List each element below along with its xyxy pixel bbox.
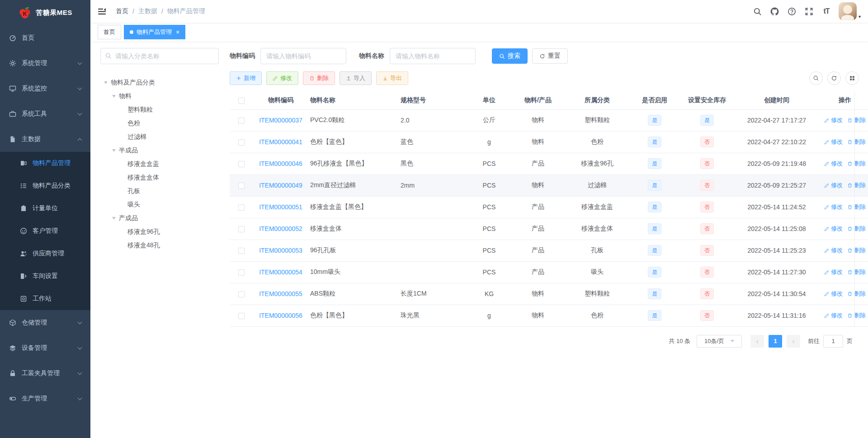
app-logo[interactable]: K 苦糖果MES bbox=[0, 0, 90, 25]
reset-button[interactable]: 重置 bbox=[532, 48, 568, 64]
row-checkbox[interactable] bbox=[238, 248, 245, 254]
row-delete-link[interactable]: 删除 bbox=[847, 138, 866, 146]
row-delete-link[interactable]: 删除 bbox=[847, 160, 866, 168]
row-edit-link[interactable]: 修改 bbox=[824, 181, 843, 189]
add-button[interactable]: 新增 bbox=[230, 71, 262, 85]
sidebar-collapse-icon[interactable] bbox=[90, 0, 113, 23]
row-edit-link[interactable]: 修改 bbox=[824, 246, 843, 254]
sidebar-item-master-data[interactable]: 主数据 bbox=[0, 127, 90, 152]
row-edit-link[interactable]: 修改 bbox=[824, 138, 843, 146]
caret-down-icon[interactable] bbox=[112, 95, 116, 98]
item-code-link[interactable]: ITEM00000041 bbox=[259, 138, 302, 146]
row-checkbox[interactable] bbox=[238, 204, 245, 211]
sidebar-item-measure-unit[interactable]: 计量单位 bbox=[0, 197, 90, 220]
search-icon[interactable] bbox=[749, 0, 766, 23]
row-checkbox[interactable] bbox=[238, 118, 245, 124]
item-code-input[interactable] bbox=[260, 48, 346, 64]
help-icon[interactable] bbox=[783, 0, 801, 23]
tree-node[interactable]: 物料及产品分类 bbox=[100, 76, 219, 89]
search-button[interactable]: 搜索 bbox=[492, 48, 528, 64]
sidebar-item-workstation[interactable]: 工作站 bbox=[0, 287, 90, 310]
item-code-link[interactable]: ITEM00000051 bbox=[259, 203, 302, 211]
item-code-link[interactable]: ITEM00000037 bbox=[259, 117, 302, 124]
sidebar-item-production-management[interactable]: 生产管理 bbox=[0, 386, 90, 411]
row-edit-link[interactable]: 修改 bbox=[824, 203, 843, 211]
row-delete-link[interactable]: 删除 bbox=[847, 225, 866, 233]
tree-node[interactable]: 物料 bbox=[100, 89, 219, 103]
page-number-1[interactable]: 1 bbox=[769, 335, 782, 348]
fullscreen-icon[interactable] bbox=[801, 0, 818, 23]
item-code-link[interactable]: ITEM00000053 bbox=[259, 247, 302, 254]
tree-node[interactable]: 产成品 bbox=[100, 212, 219, 225]
tree-node[interactable]: 塑料颗粒 bbox=[100, 103, 219, 117]
caret-down-icon[interactable] bbox=[112, 149, 116, 152]
row-checkbox[interactable] bbox=[238, 161, 245, 167]
export-button[interactable]: 导出 bbox=[376, 71, 408, 85]
row-edit-link[interactable]: 修改 bbox=[824, 160, 843, 168]
row-checkbox[interactable] bbox=[238, 226, 245, 232]
sidebar-item-home[interactable]: 首页 bbox=[0, 25, 90, 51]
row-checkbox[interactable] bbox=[238, 291, 245, 297]
item-name-input[interactable] bbox=[390, 48, 476, 64]
item-code-link[interactable]: ITEM00000056 bbox=[259, 312, 302, 319]
row-edit-link[interactable]: 修改 bbox=[824, 290, 843, 298]
github-icon[interactable] bbox=[766, 0, 783, 23]
page-size-select[interactable]: 10条/页 bbox=[697, 335, 742, 348]
row-delete-link[interactable]: 删除 bbox=[847, 311, 866, 320]
sidebar-item-supplier-management[interactable]: 供应商管理 bbox=[0, 242, 90, 265]
tree-node[interactable]: 过滤棉 bbox=[100, 130, 219, 144]
caret-down-icon[interactable] bbox=[104, 81, 108, 84]
row-delete-link[interactable]: 删除 bbox=[847, 116, 866, 124]
edit-button[interactable]: 修改 bbox=[266, 71, 298, 85]
sidebar-item-system-monitor[interactable]: 系统监控 bbox=[0, 76, 90, 101]
row-delete-link[interactable]: 删除 bbox=[847, 203, 866, 211]
prev-page-button[interactable]: ‹ bbox=[750, 335, 764, 348]
item-code-link[interactable]: ITEM00000046 bbox=[259, 160, 302, 167]
sidebar-item-workshop-settings[interactable]: 车间设置 bbox=[0, 265, 90, 287]
sidebar-item-warehouse-management[interactable]: 仓储管理 bbox=[0, 310, 90, 335]
tree-node[interactable]: 半成品 bbox=[100, 144, 219, 157]
tree-node[interactable]: 移液盒48孔 bbox=[100, 239, 219, 252]
row-delete-link[interactable]: 删除 bbox=[847, 268, 866, 276]
item-code-link[interactable]: ITEM00000054 bbox=[259, 268, 302, 276]
row-checkbox[interactable] bbox=[238, 313, 245, 319]
category-search-input[interactable] bbox=[100, 48, 219, 64]
row-checkbox[interactable] bbox=[238, 183, 245, 189]
row-edit-link[interactable]: 修改 bbox=[824, 225, 843, 233]
tree-node[interactable]: 移液盒盒盖 bbox=[100, 157, 219, 171]
select-all-checkbox[interactable] bbox=[238, 98, 245, 104]
refresh-button[interactable] bbox=[827, 71, 841, 85]
tree-node[interactable]: 色粉 bbox=[100, 117, 219, 130]
item-code-link[interactable]: ITEM00000049 bbox=[259, 182, 302, 189]
sidebar-item-system-tools[interactable]: 系统工具 bbox=[0, 101, 90, 127]
row-checkbox[interactable] bbox=[238, 139, 245, 146]
sidebar-item-equipment-management[interactable]: 设备管理 bbox=[0, 335, 90, 361]
import-button[interactable]: 导入 bbox=[340, 71, 372, 85]
tab-home[interactable]: 首页 bbox=[98, 25, 121, 39]
font-size-icon[interactable]: tT bbox=[818, 0, 835, 23]
next-page-button[interactable]: › bbox=[787, 335, 800, 348]
sidebar-item-system-management[interactable]: 系统管理 bbox=[0, 51, 90, 76]
item-code-link[interactable]: ITEM00000052 bbox=[259, 225, 302, 232]
row-edit-link[interactable]: 修改 bbox=[824, 116, 843, 124]
row-edit-link[interactable]: 修改 bbox=[824, 311, 843, 320]
sidebar-item-customer-management[interactable]: 客户管理 bbox=[0, 220, 90, 242]
sidebar-item-item-product-category[interactable]: 物料产品分类 bbox=[0, 174, 90, 197]
tree-node[interactable]: 移液盒96孔 bbox=[100, 225, 219, 239]
sidebar-item-tooling-fixture-management[interactable]: 工装夹具管理 bbox=[0, 361, 90, 386]
row-delete-link[interactable]: 删除 bbox=[847, 290, 866, 298]
breadcrumb-home[interactable]: 首页 bbox=[116, 7, 128, 15]
user-avatar[interactable] bbox=[839, 2, 857, 20]
sidebar-item-item-product-management[interactable]: 物料产品管理 bbox=[0, 152, 90, 174]
delete-button[interactable]: 删除 bbox=[303, 71, 335, 85]
row-delete-link[interactable]: 删除 bbox=[847, 181, 866, 189]
item-code-link[interactable]: ITEM00000055 bbox=[259, 290, 302, 297]
tree-node[interactable]: 移液盒盒体 bbox=[100, 171, 219, 184]
tree-node[interactable]: 孔板 bbox=[100, 184, 219, 198]
close-icon[interactable]: × bbox=[176, 29, 179, 35]
row-edit-link[interactable]: 修改 bbox=[824, 268, 843, 276]
row-checkbox[interactable] bbox=[238, 269, 245, 276]
columns-toggle-button[interactable] bbox=[845, 71, 859, 85]
caret-down-icon[interactable] bbox=[112, 217, 116, 220]
avatar-dropdown-caret-icon[interactable]: ▾ bbox=[859, 14, 861, 19]
